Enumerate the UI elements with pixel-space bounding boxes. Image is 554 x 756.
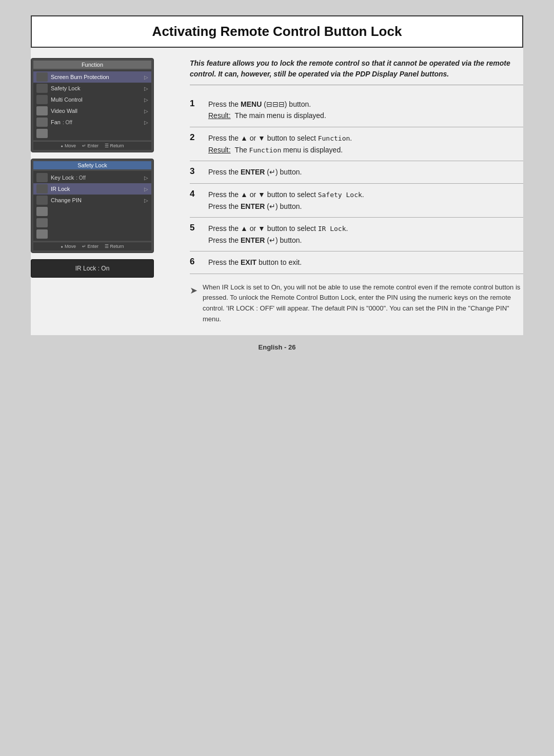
page-footer: English - 26 <box>0 335 554 361</box>
menu1-item-6 <box>33 128 151 139</box>
step-1-number: 1 <box>190 99 200 109</box>
step-3-number: 3 <box>190 166 200 177</box>
menu-screenshot-1: Function Screen Burn Protection ▷ Safety… <box>31 58 154 152</box>
menu1-icon-5 <box>36 118 48 127</box>
note-text: When IR Lock is set to On, you will not … <box>203 282 523 325</box>
menu1-label-4: Video Wall <box>51 108 77 114</box>
menu2-header: Safety Lock <box>33 161 151 169</box>
menu2-icon-2 <box>36 184 48 193</box>
menu2-item-1: Key Lock : Off ▷ <box>33 172 151 183</box>
menu2-arrow-1: ▷ <box>144 175 148 181</box>
step-2-content: Press the ▲ or ▼ button to select Functi… <box>208 132 523 156</box>
menu1-footer: ⬥ Move ↵ Enter ☰ Return <box>33 141 151 150</box>
menu1-footer-return: ☰ Return <box>105 143 124 148</box>
menu2-label-2: IR Lock <box>51 186 70 192</box>
step-5-number: 5 <box>190 223 200 233</box>
menu1-body: Screen Burn Protection ▷ Safety Lock ▷ M… <box>33 70 151 140</box>
menu1-item-5: Fan : Off ▷ <box>33 117 151 128</box>
menu2-item-3: Change PIN ▷ <box>33 195 151 206</box>
menu1-item-4: Video Wall ▷ <box>33 105 151 117</box>
step-2-number: 2 <box>190 132 200 143</box>
step-1: 1 Press the MENU (⊟⊟⊟) button. Result: T… <box>190 93 523 127</box>
menu2-icon-3 <box>36 196 48 205</box>
menu2-item-4 <box>33 206 151 217</box>
step-3: 3 Press the ENTER (↵) button. <box>190 161 523 183</box>
menu2-item-6 <box>33 228 151 240</box>
menu1-label-1: Screen Burn Protection <box>51 74 109 80</box>
menu2-label-3: Change PIN <box>51 197 82 203</box>
menu1-icon-2 <box>36 84 48 93</box>
step-3-content: Press the ENTER (↵) button. <box>208 166 523 178</box>
step-6-number: 6 <box>190 257 200 267</box>
step-1-content: Press the MENU (⊟⊟⊟) button. Result: The… <box>208 99 523 122</box>
menu1-arrow-1: ▷ <box>144 74 148 80</box>
menu1-item-3: Multi Control ▷ <box>33 94 151 105</box>
step-2: 2 Press the ▲ or ▼ button to select Func… <box>190 127 523 162</box>
steps-list: 1 Press the MENU (⊟⊟⊟) button. Result: T… <box>190 93 523 274</box>
step-5-content: Press the ▲ or ▼ button to select IR Loc… <box>208 223 523 246</box>
left-column: Function Screen Burn Protection ▷ Safety… <box>31 58 174 325</box>
menu2-icon-1 <box>36 173 48 182</box>
menu2-icon-5 <box>36 218 48 227</box>
note-arrow-icon: ➤ <box>190 283 197 325</box>
page-title: Activating Remote Control Button Lock <box>42 24 512 40</box>
menu1-label-2: Safety Lock <box>51 85 80 91</box>
note-box: ➤ When IR Lock is set to On, you will no… <box>190 282 523 325</box>
menu1-icon-6 <box>36 129 48 138</box>
step-6: 6 Press the EXIT button to exit. <box>190 251 523 274</box>
menu1-arrow-5: ▷ <box>144 120 148 125</box>
step-4-number: 4 <box>190 189 200 199</box>
menu1-icon-4 <box>36 106 48 115</box>
step-1-result-label: Result: <box>208 110 231 121</box>
menu2-footer: ⬥ Move ↵ Enter ☰ Return <box>33 242 151 250</box>
main-content: Function Screen Burn Protection ▷ Safety… <box>31 48 523 335</box>
menu2-item-5 <box>33 217 151 228</box>
menu1-arrow-3: ▷ <box>144 97 148 103</box>
menu1-label-5: Fan <box>51 119 61 125</box>
menu1-footer-move: ⬥ Move <box>61 143 76 148</box>
right-column: This feature allows you to lock the remo… <box>190 58 523 325</box>
step-5: 5 Press the ▲ or ▼ button to select IR L… <box>190 218 523 251</box>
footer-text: English - 26 <box>259 343 296 351</box>
page-title-box: Activating Remote Control Button Lock <box>31 15 523 48</box>
menu1-icon-3 <box>36 95 48 104</box>
menu-screenshot-2: Safety Lock Key Lock : Off ▷ IR Lock ▷ <box>31 159 154 253</box>
menu1-item-1: Screen Burn Protection ▷ <box>33 71 151 83</box>
menu2-arrow-3: ▷ <box>144 198 148 203</box>
menu1-value-5: : Off <box>63 120 72 125</box>
menu1-label-3: Multi Control <box>51 96 83 103</box>
menu2-value-1: : Off <box>76 175 86 181</box>
step-2-result-label: Result: <box>208 144 231 156</box>
menu2-label-1: Key Lock <box>51 175 74 181</box>
menu1-arrow-4: ▷ <box>144 108 148 114</box>
step-4: 4 Press the ▲ or ▼ button to select Safe… <box>190 184 523 218</box>
menu2-item-2: IR Lock ▷ <box>33 183 151 195</box>
step-6-content: Press the EXIT button to exit. <box>208 257 523 268</box>
menu1-header: Function <box>33 61 151 69</box>
ir-lock-box: IR Lock : On <box>31 259 154 278</box>
menu2-footer-return: ☰ Return <box>105 244 124 249</box>
menu1-item-2: Safety Lock ▷ <box>33 83 151 94</box>
menu2-arrow-2: ▷ <box>144 186 148 192</box>
step-1-result-text: The main menu is displayed. <box>235 110 326 121</box>
menu2-footer-move: ⬥ Move <box>61 244 76 249</box>
menu2-body: Key Lock : Off ▷ IR Lock ▷ Change PIN ▷ <box>33 171 151 241</box>
step-2-result-text: The Function menu is displayed. <box>235 144 343 156</box>
menu1-footer-enter: ↵ Enter <box>82 143 98 148</box>
menu2-icon-6 <box>36 229 48 239</box>
menu2-footer-enter: ↵ Enter <box>82 244 98 249</box>
menu1-arrow-2: ▷ <box>144 86 148 91</box>
menu1-icon-1 <box>36 72 48 82</box>
intro-text: This feature allows you to lock the remo… <box>190 58 523 85</box>
step-4-content: Press the ▲ or ▼ button to select Safety… <box>208 189 523 212</box>
menu2-icon-4 <box>36 207 48 216</box>
